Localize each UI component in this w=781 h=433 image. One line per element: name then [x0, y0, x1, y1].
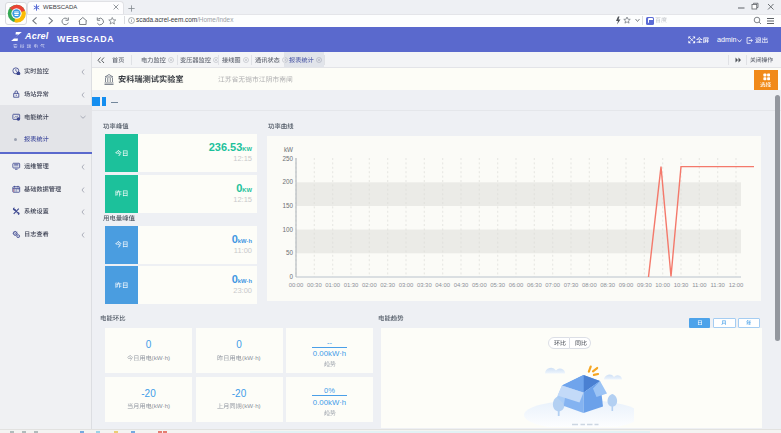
svg-text:10:30: 10:30 [674, 282, 689, 288]
svg-text:kW: kW [284, 146, 293, 153]
svg-text:04:30: 04:30 [454, 282, 469, 288]
svg-text:07:00: 07:00 [545, 282, 560, 288]
svg-text:03:00: 03:00 [399, 282, 414, 288]
svg-text:09:00: 09:00 [619, 282, 634, 288]
svg-text:150: 150 [282, 202, 293, 209]
svg-text:00:00: 00:00 [289, 282, 304, 288]
svg-text:06:30: 06:30 [527, 282, 542, 288]
svg-text:08:00: 08:00 [582, 282, 597, 288]
svg-text:03:30: 03:30 [417, 282, 432, 288]
svg-text:07:30: 07:30 [564, 282, 579, 288]
svg-text:12:00: 12:00 [729, 282, 744, 288]
svg-text:200: 200 [282, 178, 293, 185]
svg-text:10:00: 10:00 [655, 282, 670, 288]
svg-text:50: 50 [286, 249, 294, 256]
svg-text:09:30: 09:30 [637, 282, 652, 288]
svg-text:05:30: 05:30 [490, 282, 505, 288]
svg-text:06:00: 06:00 [509, 282, 524, 288]
svg-text:02:30: 02:30 [380, 282, 395, 288]
svg-text:0: 0 [289, 273, 293, 280]
svg-text:02:00: 02:00 [362, 282, 377, 288]
svg-text:100: 100 [282, 226, 293, 233]
svg-text:04:00: 04:00 [435, 282, 450, 288]
svg-text:11:00: 11:00 [692, 282, 707, 288]
svg-text:01:30: 01:30 [344, 282, 359, 288]
svg-text:00:30: 00:30 [307, 282, 322, 288]
svg-text:08:30: 08:30 [600, 282, 615, 288]
svg-text:01:00: 01:00 [325, 282, 340, 288]
svg-text:05:00: 05:00 [472, 282, 487, 288]
svg-text:250: 250 [282, 155, 293, 162]
svg-text:11:30: 11:30 [711, 282, 726, 288]
